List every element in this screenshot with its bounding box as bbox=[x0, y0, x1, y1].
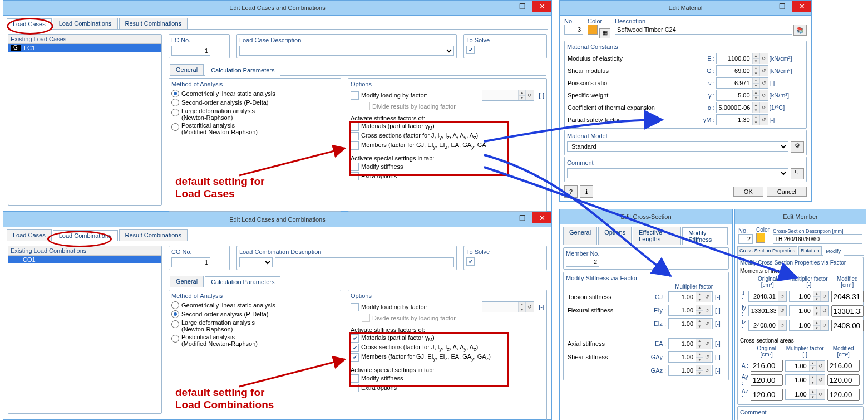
co-desc-input[interactable] bbox=[275, 257, 454, 267]
tab-result-combinations[interactable]: Result Combinations bbox=[119, 229, 188, 241]
Iz-orig[interactable]: ↺ bbox=[748, 320, 787, 331]
checkbox-icon bbox=[351, 163, 359, 171]
method-second-order[interactable]: Second-order analysis (P-Delta) bbox=[171, 99, 338, 106]
Iy-factor[interactable]: ▲▼↺ bbox=[789, 305, 829, 316]
tab-modify-stiffness[interactable]: Modify Stiffness bbox=[682, 227, 728, 245]
EIy-spinner[interactable]: ▲▼↺ bbox=[668, 305, 713, 316]
stiffness-members[interactable]: ✔Members (factor for GJ, EIy, EIz, EA, G… bbox=[351, 353, 544, 362]
cancel-button[interactable]: Cancel bbox=[767, 187, 807, 197]
checkbox-icon bbox=[351, 172, 359, 180]
method-postcritical[interactable]: Postcritical analysis(Modified Newton-Ra… bbox=[171, 334, 338, 347]
help-button[interactable]: ? bbox=[564, 185, 578, 198]
Az-factor[interactable]: ▲▼↺ bbox=[785, 389, 825, 400]
lc-no-input[interactable] bbox=[171, 46, 210, 56]
list-item[interactable]: G LC1 bbox=[8, 44, 161, 52]
lc-desc-select[interactable] bbox=[239, 46, 454, 56]
tab-general[interactable]: General bbox=[563, 227, 597, 245]
checkbox-icon: ✔ bbox=[351, 353, 359, 362]
method-postcritical[interactable]: Postcritical analysis(Modified Newton-Ra… bbox=[171, 122, 338, 135]
GAz-spinner[interactable]: ▲▼↺ bbox=[668, 365, 713, 376]
J-orig[interactable]: ↺ bbox=[748, 291, 787, 302]
alpha-spinner[interactable]: ▲▼↺ bbox=[716, 102, 768, 113]
tab-load-combinations[interactable]: Load Combinations bbox=[53, 18, 118, 29]
stiffness-cross-sections[interactable]: ✔Cross-sections (factor for J, Iy, Iz, A… bbox=[351, 344, 544, 352]
mat-no-input[interactable] bbox=[564, 25, 583, 35]
maximize-button[interactable]: ❐ bbox=[515, 212, 530, 223]
GJ-spinner[interactable]: ▲▼↺ bbox=[668, 291, 713, 302]
mem-no-input[interactable] bbox=[738, 234, 753, 244]
list-item[interactable]: CO1 bbox=[8, 256, 161, 263]
EA-spinner[interactable]: ▲▼↺ bbox=[668, 338, 713, 349]
modify-loading-row[interactable]: Modify loading by factor:▲▼↺[-] bbox=[351, 301, 544, 312]
E-label: Modulus of elasticity bbox=[567, 52, 698, 65]
tab-result-combinations[interactable]: Result Combinations bbox=[119, 18, 188, 29]
Iy-orig[interactable]: ↺ bbox=[748, 305, 787, 316]
mat-model-props-button[interactable]: ⚙ bbox=[791, 141, 804, 153]
Ay-factor[interactable]: ▲▼↺ bbox=[785, 374, 825, 385]
inner-tab-general[interactable]: General bbox=[170, 276, 204, 287]
texture-icon[interactable]: ▦ bbox=[599, 28, 610, 38]
extra-options-row[interactable]: Extra options bbox=[351, 172, 544, 180]
radio-icon bbox=[171, 99, 179, 106]
method-linear[interactable]: Geometrically linear static analysis bbox=[171, 301, 338, 309]
psf-spinner[interactable]: ▲▼↺ bbox=[716, 114, 768, 125]
close-button[interactable]: ✕ bbox=[532, 1, 551, 12]
close-button[interactable]: ✕ bbox=[532, 212, 551, 223]
color-swatch[interactable] bbox=[756, 233, 765, 243]
activate-stiffness-label: Activate stiffness factors of: bbox=[351, 115, 544, 121]
edit-load-combinations-window: Edit Load Cases and Combinations ❐ ✕ Loa… bbox=[3, 212, 552, 420]
mat-model-select[interactable]: Standard bbox=[567, 141, 788, 152]
co-no-input[interactable] bbox=[171, 257, 210, 267]
stiffness-members[interactable]: Members (factor for GJ, EIy, EIz, EA, GA… bbox=[351, 141, 544, 150]
modify-loading-row[interactable]: Modify loading by factor:▲▼↺[-] bbox=[351, 90, 544, 101]
stiffness-materials[interactable]: Materials (partial factor γM) bbox=[351, 123, 544, 131]
method-large-deform[interactable]: Large deformation analysis(Newton-Raphso… bbox=[171, 319, 338, 333]
tab-modify[interactable]: Modify bbox=[823, 247, 845, 256]
modify-stiffness-row[interactable]: Modify stiffness bbox=[351, 374, 544, 383]
mat-desc-input[interactable] bbox=[615, 25, 792, 35]
E-spinner[interactable]: ▲▼↺ bbox=[716, 53, 768, 64]
member-no-input[interactable] bbox=[566, 257, 599, 267]
tab-eff-lengths[interactable]: Effective Lengths bbox=[633, 227, 681, 245]
modify-stiffness-row[interactable]: Modify stiffness bbox=[351, 163, 544, 171]
co-type-select[interactable] bbox=[239, 257, 273, 267]
J-factor[interactable]: ▲▼↺ bbox=[789, 291, 829, 302]
to-solve-checkbox[interactable]: ✔ bbox=[466, 46, 475, 54]
method-large-deform[interactable]: Large deformation analysis(Newton-Raphso… bbox=[171, 108, 338, 121]
inner-tab-calc-params[interactable]: Calculation Parameters bbox=[205, 65, 280, 76]
tab-load-cases[interactable]: Load Cases bbox=[7, 18, 52, 30]
tab-load-cases[interactable]: Load Cases bbox=[7, 229, 52, 241]
color-swatch[interactable] bbox=[588, 25, 598, 35]
Iz-factor[interactable]: ▲▼↺ bbox=[789, 320, 829, 331]
stiffness-cross-sections[interactable]: Cross-sections (factor for J, Iy, Iz, A,… bbox=[351, 132, 544, 140]
factor-spinner[interactable]: ▲▼↺ bbox=[482, 301, 534, 312]
stiffness-materials[interactable]: ✔Materials (partial factor γM) bbox=[351, 334, 544, 343]
factor-spinner[interactable]: ▲▼↺ bbox=[482, 90, 534, 101]
method-second-order[interactable]: Second-order analysis (P-Delta) bbox=[171, 310, 338, 318]
to-solve-checkbox[interactable]: ✔ bbox=[466, 257, 475, 266]
mem-desc-input[interactable] bbox=[773, 234, 862, 244]
inner-tab-general[interactable]: General bbox=[170, 64, 204, 75]
library-button[interactable]: 📚 bbox=[793, 25, 807, 36]
A-orig bbox=[751, 360, 783, 372]
extra-options-row[interactable]: Extra options bbox=[351, 384, 544, 392]
A-factor[interactable]: ▲▼↺ bbox=[785, 360, 825, 372]
maximize-button[interactable]: ❐ bbox=[775, 1, 790, 12]
tab-rotation[interactable]: Rotation bbox=[798, 246, 822, 255]
ok-button[interactable]: OK bbox=[733, 187, 763, 197]
info-button[interactable]: ℹ bbox=[580, 185, 593, 198]
method-linear[interactable]: Geometrically linear static analysis bbox=[171, 90, 338, 97]
comment-button[interactable]: 🗨 bbox=[791, 168, 804, 179]
EIz-spinner[interactable]: ▲▼↺ bbox=[668, 318, 713, 329]
inner-tab-calc-params[interactable]: Calculation Parameters bbox=[205, 276, 280, 287]
G-spinner[interactable]: ▲▼↺ bbox=[716, 65, 768, 76]
maximize-button[interactable]: ❐ bbox=[515, 1, 530, 12]
comment-select[interactable] bbox=[567, 168, 788, 178]
gamma-spinner[interactable]: ▲▼↺ bbox=[716, 90, 768, 101]
GAy-spinner[interactable]: ▲▼↺ bbox=[668, 351, 713, 363]
nu-spinner[interactable]: ▲▼↺ bbox=[716, 77, 768, 89]
close-button[interactable]: ✕ bbox=[792, 1, 811, 12]
tab-options[interactable]: Options bbox=[598, 227, 632, 245]
tab-load-combinations[interactable]: Load Combinations bbox=[53, 230, 118, 241]
tab-cs-props[interactable]: Cross-Section Properties bbox=[737, 246, 797, 255]
